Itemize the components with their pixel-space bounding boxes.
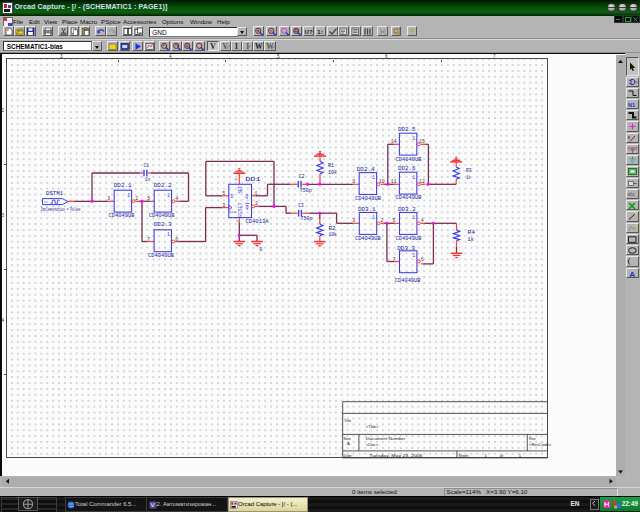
svg-text:1: 1: [412, 215, 415, 221]
svg-text:CD4049UB: CD4049UB: [396, 236, 422, 241]
svg-text:DD2.3: DD2.3: [154, 221, 172, 228]
svg-text:5: 5: [147, 196, 150, 201]
svg-text:10k: 10k: [328, 232, 337, 237]
svg-text:9: 9: [352, 179, 355, 184]
svg-text:Title: Title: [344, 419, 351, 423]
svg-text:Rev: Rev: [529, 437, 536, 441]
svg-text:DD2.6: DD2.6: [398, 165, 416, 172]
svg-text:S1: S1: [44, 200, 50, 204]
svg-text:A: A: [347, 441, 350, 446]
svg-text:CD4013A: CD4013A: [245, 219, 268, 224]
svg-text:<Doc>: <Doc>: [366, 442, 379, 447]
svg-text:1: 1: [372, 215, 375, 221]
svg-text:<Title>: <Title>: [366, 424, 379, 429]
svg-text:12: 12: [419, 179, 425, 184]
svg-text:CD4049UB: CD4049UB: [395, 278, 421, 283]
svg-text:Implementation = Pulses: Implementation = Pulses: [41, 207, 81, 212]
svg-text:DD3.1: DD3.1: [358, 206, 376, 213]
svg-text:Sheet: Sheet: [459, 454, 470, 458]
svg-text:R2: R2: [328, 226, 335, 231]
svg-text:of: of: [500, 454, 504, 458]
svg-text:1: 1: [412, 136, 415, 142]
svg-text:CD4049UB: CD4049UB: [149, 213, 175, 218]
svg-text:DD2.1: DD2.1: [114, 182, 132, 189]
svg-text:1: 1: [167, 232, 170, 238]
svg-text:1n: 1n: [145, 177, 151, 182]
svg-text:SET: SET: [238, 186, 243, 194]
svg-text:CLK: CLK: [229, 210, 237, 214]
svg-text:Tuesday, May 23, 2006: Tuesday, May 23, 2006: [369, 453, 423, 458]
svg-text:3: 3: [352, 218, 355, 223]
svg-text:R1: R1: [328, 163, 335, 168]
svg-text:750p: 750p: [301, 216, 313, 221]
svg-text:CD4049UB: CD4049UB: [355, 196, 381, 201]
svg-text:CD4049UB: CD4049UB: [148, 253, 174, 258]
svg-text:R4: R4: [468, 230, 476, 235]
svg-text:4: 4: [235, 220, 239, 223]
svg-text:C2: C2: [299, 174, 305, 179]
svg-text:DD3.2: DD3.2: [398, 206, 416, 213]
svg-text:Q: Q: [246, 205, 249, 210]
svg-text:11: 11: [391, 179, 397, 184]
svg-text:1: 1: [167, 193, 170, 199]
svg-text:C3: C3: [298, 203, 303, 208]
svg-text:CD4049UB: CD4049UB: [109, 213, 135, 218]
svg-text:Date:: Date:: [343, 454, 352, 458]
svg-text:Document Number: Document Number: [366, 437, 406, 441]
svg-text:5: 5: [392, 218, 395, 223]
svg-text:7: 7: [392, 257, 395, 262]
svg-text:CD4049UB: CD4049UB: [396, 195, 422, 200]
svg-text:5: 5: [222, 191, 225, 196]
svg-text:2: 2: [380, 218, 383, 223]
svg-text:Size: Size: [343, 437, 350, 441]
svg-text:6: 6: [234, 177, 238, 180]
svg-text:CD4049UB: CD4049UB: [396, 157, 422, 162]
svg-text:4: 4: [175, 196, 178, 201]
svg-text:2: 2: [135, 196, 138, 201]
svg-text:DD1: DD1: [245, 176, 261, 183]
svg-text:DD3.3: DD3.3: [397, 245, 415, 252]
svg-text:DD2.4: DD2.4: [357, 166, 375, 173]
svg-text:D: D: [231, 194, 234, 199]
svg-text:C1: C1: [144, 163, 150, 168]
svg-text:1k: 1k: [466, 175, 471, 180]
svg-text:1: 1: [372, 175, 375, 181]
svg-text:3: 3: [222, 203, 225, 208]
svg-text:1: 1: [255, 191, 258, 196]
svg-text:1: 1: [412, 175, 415, 181]
svg-text:15: 15: [419, 139, 425, 144]
svg-text:7: 7: [147, 237, 150, 242]
svg-text:1: 1: [412, 253, 415, 259]
svg-text:4: 4: [421, 218, 424, 223]
svg-text:2: 2: [255, 201, 258, 206]
svg-text:DSTM1: DSTM1: [46, 191, 63, 196]
svg-text:0: 0: [260, 247, 263, 252]
svg-text:14: 14: [391, 139, 397, 144]
svg-text:1: 1: [519, 453, 522, 458]
svg-text:Q: Q: [245, 194, 248, 199]
svg-text:750p: 750p: [300, 188, 312, 193]
svg-text:R3: R3: [466, 168, 472, 173]
svg-text:6: 6: [421, 257, 424, 262]
svg-text:3: 3: [107, 196, 110, 201]
svg-text:10: 10: [379, 179, 385, 184]
svg-text:DD2.5: DD2.5: [398, 126, 416, 133]
svg-text:6: 6: [175, 237, 178, 242]
svg-text:<RevCode>: <RevCode>: [529, 442, 552, 447]
svg-text:1k: 1k: [468, 237, 475, 242]
svg-text:RESET: RESET: [238, 202, 243, 217]
svg-text:CD4049UB: CD4049UB: [355, 236, 381, 241]
svg-text:1: 1: [127, 193, 130, 199]
svg-text:DD2.2: DD2.2: [154, 182, 172, 189]
svg-text:10k: 10k: [328, 170, 337, 175]
svg-text:1: 1: [484, 453, 487, 458]
